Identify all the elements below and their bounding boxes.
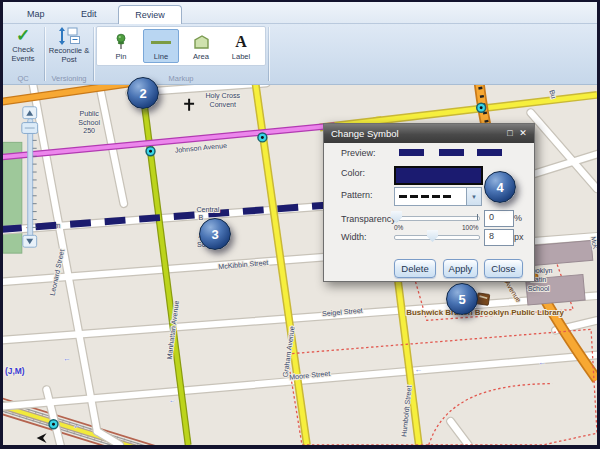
dialog-title-bar[interactable]: Change Symbol □ ✕ — [324, 124, 534, 143]
label-label: Label — [232, 52, 251, 61]
transparency-unit: % — [514, 213, 522, 223]
line-icon — [151, 41, 171, 44]
ribbon-tab-row: Map Edit Review — [3, 2, 597, 23]
callout-badge-2: 2 — [127, 77, 159, 109]
tab-review[interactable]: Review — [118, 5, 182, 24]
svg-text:B: B — [199, 214, 204, 222]
pin-icon — [113, 33, 129, 50]
group-separator — [44, 27, 45, 81]
ribbon-body: ✓ Check Events QC Reconcile & Pos — [3, 23, 597, 85]
close-icon[interactable]: ✕ — [517, 124, 529, 143]
close-button[interactable]: Close — [484, 259, 523, 278]
group-label-qc: QC — [17, 74, 28, 83]
check-events-label: Check Events — [4, 46, 42, 63]
svg-text:Holy Cross: Holy Cross — [205, 92, 240, 100]
reconcile-post-label: Reconcile & Post — [47, 47, 91, 64]
tab-map[interactable]: Map — [17, 5, 55, 23]
check-icon: ✓ — [16, 27, 30, 44]
pin-button[interactable]: Pin — [103, 29, 139, 63]
transparency-min-label: 0% — [394, 224, 403, 231]
apply-button[interactable]: Apply — [443, 259, 478, 278]
group-versioning: Reconcile & Post Versioning — [46, 24, 92, 84]
pattern-field[interactable] — [394, 187, 470, 206]
width-unit: px — [514, 232, 524, 242]
transparency-label: Transparency: — [341, 214, 398, 224]
transparency-input[interactable]: 0 — [484, 210, 514, 227]
line-label: Line — [154, 52, 168, 61]
svg-text:←: ← — [415, 365, 423, 374]
callout-badge-5: 5 — [446, 283, 478, 315]
group-label-markup: Markup — [168, 74, 193, 83]
area-label: Area — [193, 52, 209, 61]
svg-text:Convent: Convent — [210, 101, 237, 109]
area-button[interactable]: Area — [183, 29, 219, 63]
svg-text:School: School — [78, 119, 100, 127]
color-swatch[interactable] — [394, 166, 483, 185]
group-label-versioning: Versioning — [51, 74, 86, 83]
book-icon — [476, 293, 489, 305]
dialog-title: Change Symbol — [331, 128, 399, 139]
check-events-button[interactable]: ✓ Check Events — [4, 27, 42, 63]
svg-text:←: ← — [539, 358, 547, 367]
area-icon — [193, 35, 210, 50]
app-window: Map Edit Review ✓ Check Events QC — [0, 0, 600, 449]
pin-label: Pin — [116, 52, 127, 61]
delete-button[interactable]: Delete — [394, 259, 436, 278]
label-button[interactable]: A Label — [223, 29, 259, 63]
symbol-preview-dash — [439, 149, 464, 156]
transparency-slider-track[interactable] — [394, 216, 480, 221]
transparency-max-tick — [477, 214, 478, 220]
maximize-icon[interactable]: □ — [504, 124, 516, 143]
width-input[interactable]: 8 — [484, 229, 514, 246]
symbol-preview-dash — [399, 149, 424, 156]
transparency-max-label: 100% — [462, 224, 479, 231]
preview-label: Preview: — [341, 148, 376, 158]
pattern-label: Pattern: — [341, 190, 373, 200]
svg-text:School: School — [528, 285, 550, 293]
group-separator — [93, 27, 94, 81]
label-a-icon: A — [235, 34, 247, 50]
library-label: Bushwick Branch Brooklyn Public Library — [406, 308, 564, 317]
reconcile-post-button[interactable]: Reconcile & Post — [47, 27, 91, 64]
group-separator — [268, 27, 269, 81]
callout-badge-3: 3 — [199, 218, 231, 250]
svg-text:Public: Public — [79, 110, 99, 118]
group-markup: Pin Line Area A Label — [95, 24, 267, 84]
reconcile-post-icon — [57, 27, 81, 45]
color-label: Color: — [341, 168, 365, 178]
pattern-dropdown-button[interactable]: ▼ — [466, 187, 482, 206]
zoom-slider-track[interactable] — [28, 119, 33, 240]
svg-text:Central: Central — [196, 206, 219, 214]
width-label: Width: — [341, 232, 367, 242]
group-qc: ✓ Check Events QC — [3, 24, 43, 84]
symbol-preview-dash — [477, 149, 502, 156]
svg-text:250: 250 — [83, 127, 95, 135]
markup-panel: Pin Line Area A Label — [96, 26, 266, 66]
ribbon: Map Edit Review ✓ Check Events QC — [3, 2, 597, 85]
width-slider-handle[interactable] — [427, 230, 438, 242]
tab-edit[interactable]: Edit — [71, 5, 107, 23]
subway-lines-label: (J,M) — [5, 366, 25, 376]
callout-badge-4: 4 — [484, 171, 516, 203]
line-button[interactable]: Line — [143, 29, 179, 63]
